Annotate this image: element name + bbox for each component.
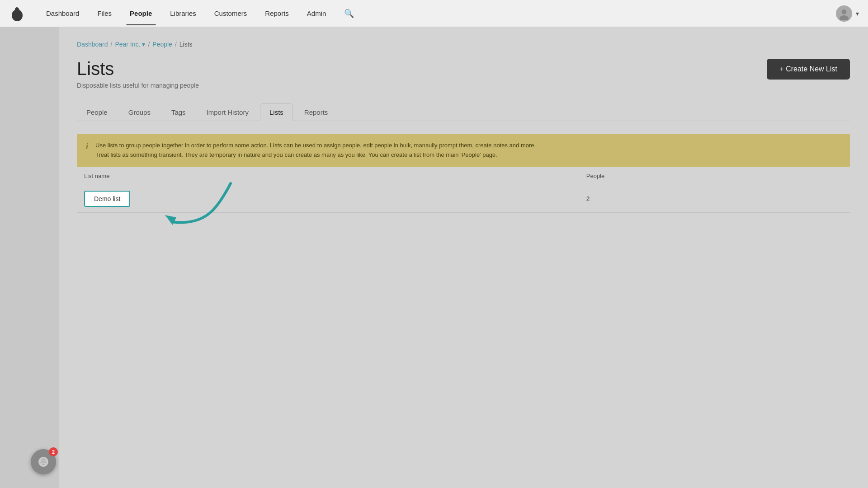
user-menu-chevron[interactable]: ▾ [856,10,859,17]
page-title: Lists [77,59,199,79]
badge-count: 2 [49,447,58,456]
svg-rect-6 [42,464,45,465]
breadcrumb-dashboard[interactable]: Dashboard [77,41,108,48]
table-row: Demo list 2 [77,185,850,212]
create-new-list-button[interactable]: + Create New List [767,59,850,80]
page-subtitle: Disposable lists useful for managing peo… [77,82,199,89]
nav-right: ▾ [836,5,859,22]
nav-links: Dashboard Files People Libraries Custome… [39,5,836,22]
tab-people[interactable]: People [77,103,117,121]
notification-badge[interactable]: 2 [31,449,56,474]
avatar[interactable] [836,5,852,22]
lists-table-container: List name People Demo list 2 [77,167,850,213]
tab-lists[interactable]: Lists [260,103,293,121]
svg-point-2 [842,9,847,14]
info-banner-text: Use lists to group people together in or… [95,141,536,160]
breadcrumb-org[interactable]: Pear Inc. ▾ [115,41,145,48]
breadcrumb-sep-1: / [111,41,113,48]
lists-table: List name People Demo list 2 [77,167,850,213]
col-list-name: List name [77,167,579,185]
breadcrumb-sep-2: / [148,41,150,48]
nav-libraries[interactable]: Libraries [163,6,203,21]
tab-tags[interactable]: Tags [162,103,195,121]
nav-admin[interactable]: Admin [300,6,334,21]
info-banner: i Use lists to group people together in … [77,134,850,167]
page-title-section: Lists Disposable lists useful for managi… [77,59,199,89]
nav-customers[interactable]: Customers [207,6,255,21]
tab-import-history[interactable]: Import History [197,103,258,121]
breadcrumb-sep-3: / [175,41,177,48]
col-people: People [579,167,850,185]
nav-dashboard[interactable]: Dashboard [39,6,86,21]
left-sidebar [0,27,59,488]
page-header: Lists Disposable lists useful for managi… [77,59,850,89]
top-navigation: Dashboard Files People Libraries Custome… [0,0,868,27]
sub-tabs: People Groups Tags Import History Lists … [77,103,850,121]
tab-reports[interactable]: Reports [295,103,338,121]
content-area: Dashboard / Pear Inc. ▾ / People / Lists… [59,27,868,488]
chevron-down-icon: ▾ [142,41,145,48]
breadcrumb-people[interactable]: People [152,41,172,48]
notification-icon [37,454,50,469]
svg-point-3 [840,15,849,19]
tab-groups[interactable]: Groups [119,103,160,121]
demo-list-button[interactable]: Demo list [84,191,130,207]
svg-marker-4 [165,215,176,225]
app-logo[interactable] [9,5,25,22]
search-icon[interactable]: 🔍 [340,5,358,22]
nav-files[interactable]: Files [90,6,119,21]
breadcrumb-current: Lists [179,41,193,48]
nav-reports[interactable]: Reports [258,6,296,21]
info-icon: i [86,142,88,151]
main-container: Dashboard / Pear Inc. ▾ / People / Lists… [0,27,868,488]
nav-people[interactable]: People [123,6,159,21]
demo-list-people-count: 2 [579,185,850,212]
demo-list-cell: Demo list [77,185,579,212]
breadcrumb: Dashboard / Pear Inc. ▾ / People / Lists [77,41,850,48]
